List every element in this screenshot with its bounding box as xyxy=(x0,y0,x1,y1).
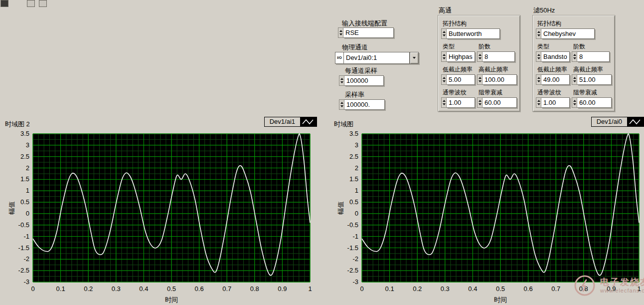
svg-text:0.1: 0.1 xyxy=(385,285,394,293)
stopband-attenuation-field[interactable]: 60.00 xyxy=(477,97,517,108)
svg-text:幅值: 幅值 xyxy=(337,202,344,215)
app-icon[interactable] xyxy=(0,0,8,7)
order-field[interactable]: 8 xyxy=(477,51,515,62)
spinner-icon[interactable] xyxy=(441,51,447,62)
spinner-icon[interactable] xyxy=(536,51,541,62)
toolbar-grid-icon[interactable] xyxy=(39,0,47,7)
svg-text:0.4: 0.4 xyxy=(139,285,148,293)
type-ring[interactable]: Highpas xyxy=(441,51,475,62)
physical-channel-dropdown[interactable]: I/O Dev1/ai0:1 xyxy=(335,52,419,64)
type-value: Highpas xyxy=(447,51,475,62)
spinner-icon[interactable] xyxy=(536,74,541,85)
low-cutoff-label: 低截止频率 xyxy=(537,65,567,74)
svg-text:0.5: 0.5 xyxy=(496,285,505,293)
decrement-icon[interactable] xyxy=(339,33,342,35)
samples-per-channel-label: 每通道采样 xyxy=(345,66,377,75)
high-cutoff-value: 100.00 xyxy=(483,74,517,85)
svg-text:0.1: 0.1 xyxy=(56,285,65,293)
svg-text:-0.5: -0.5 xyxy=(347,221,358,229)
svg-text:0.5: 0.5 xyxy=(349,198,358,206)
svg-text:-2.5: -2.5 xyxy=(347,267,358,274)
spinner-icon[interactable] xyxy=(477,74,483,85)
order-value: 8 xyxy=(577,51,610,62)
passband-ripple-value: 1.00 xyxy=(541,97,570,108)
spinner-icon[interactable] xyxy=(477,51,483,62)
elecfans-watermark: 电子发烧友 www.elecfans.com xyxy=(573,274,644,297)
high-cutoff-label: 高截止频率 xyxy=(479,65,508,74)
high-cutoff-field[interactable]: 51.00 xyxy=(572,74,612,85)
toolbar-panel-icon[interactable] xyxy=(27,0,35,7)
high-cutoff-value: 51.00 xyxy=(577,74,612,85)
svg-text:0.3: 0.3 xyxy=(441,285,450,293)
svg-text:-1: -1 xyxy=(352,233,358,240)
spinner-icon[interactable] xyxy=(572,51,577,62)
high-cutoff-label: 高截止频率 xyxy=(573,65,603,74)
dropdown-arrow-icon[interactable] xyxy=(410,52,419,64)
sample-rate-label: 采样率 xyxy=(345,90,364,99)
spinner-icon[interactable] xyxy=(572,97,577,108)
svg-text:0.3: 0.3 xyxy=(112,285,121,293)
decrement-icon[interactable] xyxy=(340,81,343,83)
spinner-icon[interactable] xyxy=(338,27,343,38)
spinner-icon[interactable] xyxy=(441,97,447,108)
low-cutoff-field[interactable]: 5.00 xyxy=(441,74,475,85)
legend-label: Dev1/ai1 xyxy=(265,117,300,126)
filter-panel-highpass: 拓扑结构 Butterworth 类型 阶数 Highpas 8 低截止频率 高… xyxy=(438,15,520,112)
low-cutoff-field[interactable]: 49.00 xyxy=(536,74,570,85)
increment-icon[interactable] xyxy=(339,30,342,32)
svg-text:1.5: 1.5 xyxy=(20,175,29,183)
terminal-config-ring[interactable]: RSE xyxy=(338,27,394,38)
svg-text:0.2: 0.2 xyxy=(84,285,93,293)
increment-icon[interactable] xyxy=(340,78,343,80)
spinner-icon[interactable] xyxy=(477,97,483,108)
order-field[interactable]: 8 xyxy=(572,51,610,62)
passband-ripple-field[interactable]: 1.00 xyxy=(536,97,570,108)
svg-text:-1: -1 xyxy=(23,233,29,240)
spinner-icon[interactable] xyxy=(572,74,577,85)
spinner-icon[interactable] xyxy=(536,97,541,108)
type-ring[interactable]: Bandsto xyxy=(536,51,570,62)
svg-text:0.8: 0.8 xyxy=(250,285,259,293)
svg-text:1: 1 xyxy=(308,285,312,293)
svg-text:1.5: 1.5 xyxy=(349,175,358,183)
passband-ripple-field[interactable]: 1.00 xyxy=(441,97,475,108)
low-cutoff-value: 5.00 xyxy=(447,74,475,85)
spinner-icon[interactable] xyxy=(339,75,344,86)
samples-per-channel-field[interactable]: 100000 xyxy=(339,75,384,86)
type-label: 类型 xyxy=(537,42,549,51)
chart-title: 时域图 xyxy=(334,120,353,129)
decrement-icon[interactable] xyxy=(340,105,343,107)
spinner-icon[interactable] xyxy=(339,99,344,110)
plot-area: 3.532.521.510.50-0.5-1-1.5-2-2.5-300.10.… xyxy=(4,130,317,305)
high-cutoff-field[interactable]: 100.00 xyxy=(477,74,517,85)
spinner-icon[interactable] xyxy=(441,74,447,85)
spinner-icon[interactable] xyxy=(441,28,447,39)
increment-icon[interactable] xyxy=(340,102,343,104)
filter-panel-notch50hz: 拓扑结构 Chebyshev 类型 阶数 Bandsto 8 低截止频率 高截止… xyxy=(532,15,615,112)
svg-text:3: 3 xyxy=(355,141,358,149)
svg-text:0.7: 0.7 xyxy=(222,285,231,293)
svg-text:3: 3 xyxy=(26,141,29,149)
stopband-attenuation-label: 阻带衰减 xyxy=(573,88,597,97)
svg-text:-0.5: -0.5 xyxy=(18,221,29,229)
sample-rate-field[interactable]: 100000. xyxy=(339,99,385,110)
topology-ring[interactable]: Butterworth xyxy=(441,28,500,39)
svg-text:-1.5: -1.5 xyxy=(18,244,29,252)
low-cutoff-value: 49.00 xyxy=(541,74,570,85)
plot-style-icon[interactable] xyxy=(300,117,317,126)
topology-ring[interactable]: Chebyshev xyxy=(536,28,595,39)
terminal-config-value: RSE xyxy=(343,27,394,38)
order-label: 阶数 xyxy=(573,42,585,51)
stopband-attenuation-value: 60.00 xyxy=(483,97,517,108)
stopband-attenuation-field[interactable]: 60.00 xyxy=(572,97,612,108)
plot-legend[interactable]: Dev1/ai0 xyxy=(591,117,644,127)
legend-label: Dev1/ai0 xyxy=(592,117,627,126)
svg-text:0.5: 0.5 xyxy=(167,285,176,293)
svg-text:-2: -2 xyxy=(352,255,358,263)
svg-text:时间: 时间 xyxy=(494,296,507,304)
plot-style-icon[interactable] xyxy=(627,117,644,126)
spinner-icon[interactable] xyxy=(536,28,541,39)
elecfans-logo-icon xyxy=(573,274,596,297)
low-cutoff-label: 低截止频率 xyxy=(443,65,473,74)
plot-legend[interactable]: Dev1/ai1 xyxy=(264,117,317,127)
